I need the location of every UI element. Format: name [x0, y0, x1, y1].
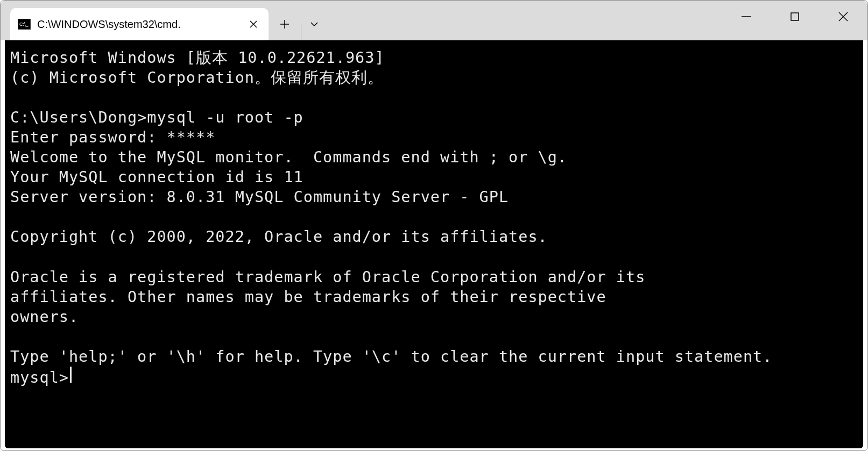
cmd-icon: C:\_	[18, 19, 31, 30]
new-tab-button[interactable]	[269, 8, 301, 40]
plus-icon	[280, 19, 290, 29]
maximize-button[interactable]	[771, 1, 819, 33]
minimize-icon	[742, 16, 751, 17]
close-tab-button[interactable]	[246, 17, 261, 32]
cursor-icon	[70, 367, 72, 383]
svg-rect-5	[791, 13, 799, 20]
tab-dropdown-button[interactable]	[301, 8, 327, 40]
close-icon	[838, 12, 848, 22]
terminal-prompt-line: mysql>	[10, 367, 858, 388]
close-window-button[interactable]	[819, 1, 867, 33]
chevron-down-icon	[310, 22, 319, 27]
minimize-button[interactable]	[722, 1, 771, 33]
terminal-output: Microsoft Windows [版本 10.0.22621.963] (c…	[10, 48, 858, 367]
tab-title: C:\WINDOWS\system32\cmd.	[37, 18, 239, 31]
terminal-area[interactable]: Microsoft Windows [版本 10.0.22621.963] (c…	[5, 40, 863, 448]
window-controls	[722, 1, 867, 40]
close-icon	[250, 20, 257, 28]
tab-cmd[interactable]: C:\_ C:\WINDOWS\system32\cmd.	[10, 8, 269, 40]
terminal-prompt: mysql>	[10, 368, 69, 388]
maximize-icon	[791, 12, 799, 21]
titlebar: C:\_ C:\WINDOWS\system32\cmd.	[1, 1, 867, 40]
